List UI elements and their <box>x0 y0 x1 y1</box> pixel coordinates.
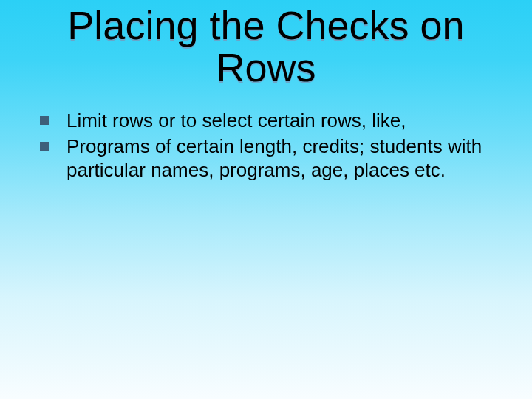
title-line-1: Placing the Checks on <box>67 3 464 47</box>
bullet-text: Programs of certain length, credits; stu… <box>66 134 495 183</box>
slide: Placing the Checks on Rows Placing the C… <box>0 0 532 399</box>
bullet-text: Limit rows or to select certain rows, li… <box>66 109 495 133</box>
list-item: Limit rows or to select certain rows, li… <box>37 109 495 133</box>
slide-title: Placing the Checks on Rows <box>0 4 532 88</box>
title-line-2: Rows <box>216 45 316 89</box>
square-bullet-icon <box>40 142 49 151</box>
list-item: Programs of certain length, credits; stu… <box>37 134 495 183</box>
square-bullet-icon <box>40 116 49 125</box>
slide-title-container: Placing the Checks on Rows Placing the C… <box>0 0 532 88</box>
slide-body: Limit rows or to select certain rows, li… <box>0 88 532 183</box>
